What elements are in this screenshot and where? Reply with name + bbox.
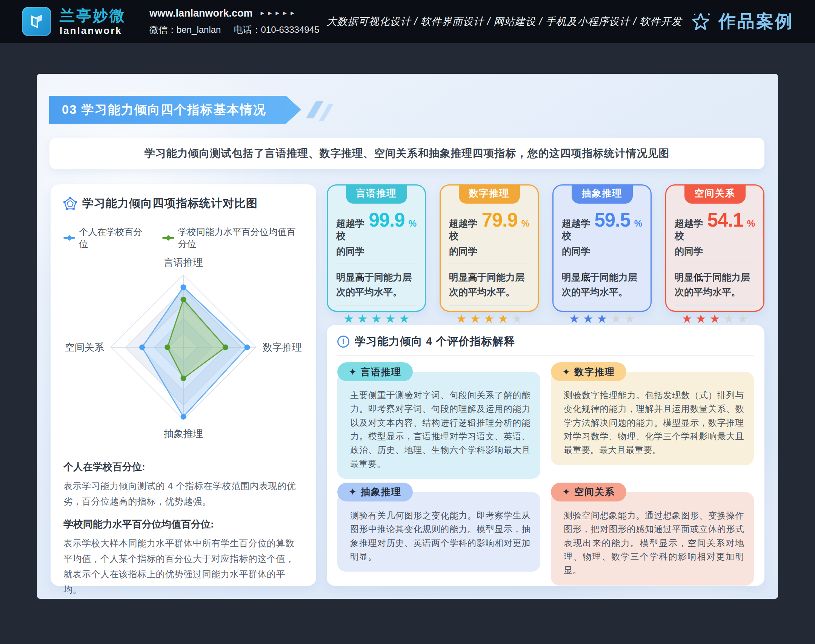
stat-card-tab: 数字推理 <box>459 184 520 204</box>
stat-card-tab: 空间关系 <box>684 184 746 204</box>
explain-abstract-reasoning: ✦ 抽象推理 测验有关几何图形之变化能力。即考察学生从图形中推论其变化规则的能力… <box>337 483 540 586</box>
info-icon: ! <box>337 336 349 348</box>
percentile-value: 99.9 <box>369 209 404 231</box>
sketch-star-icon <box>689 10 712 33</box>
explanation-title: 学习能力倾向 4 个评价指标解释 <box>355 334 515 349</box>
legend-marker-blue <box>63 237 75 239</box>
comparison-text: 明显低于同能力层次的平均水平。 <box>675 270 755 299</box>
comparison-text: 明显高于同能力层次的平均水平。 <box>336 270 417 299</box>
star-rating: ★★★★★ <box>562 312 642 326</box>
radar-notes: 个人在学校百分位: 表示学习能力倾向测试的 4 个指标在学校范围内表现的优劣，百… <box>63 460 303 598</box>
section-banner: 03 学习能力倾向四个指标基本情况 <box>49 96 329 124</box>
explain-text: 测验有关几何图形之变化能力。即考察学生从图形中推论其变化规则的能力。模型显示，抽… <box>337 492 540 572</box>
book-logo-icon <box>22 7 51 36</box>
divider <box>336 264 417 264</box>
note-body: 表示学校大样本同能力水平群体中所有学生百分位的算数平均值，个人某个指标的百分位大… <box>63 535 303 598</box>
section-banner-ribbon: 03 学习能力倾向四个指标基本情况 <box>49 96 301 124</box>
phone-contact: 电话：010-63334945 <box>234 24 319 36</box>
website-url[interactable]: www.lanlanwork.com <box>149 8 253 19</box>
radar-panel-title: 学习能力倾向四项指标统计对比图 <box>82 196 258 211</box>
star-rating: ★★★★★ <box>336 312 417 326</box>
stat-card-verbal-reasoning: 言语推理 超越学校 99.9 % 的同学 明显高于同能力层次的平均水平。 ★★★… <box>327 184 426 312</box>
legend-item-personal: 个人在学校百分位 <box>63 226 146 250</box>
brand-logo: 兰亭妙微 lanlanwork <box>22 7 126 36</box>
note-heading: 个人在学校百分位: <box>63 460 303 474</box>
banner-slash-decor <box>319 104 334 121</box>
arrows-decoration: ►►►►► <box>260 10 297 17</box>
stat-card-tab: 抽象推理 <box>572 184 633 204</box>
comparison-text: 明显高于同能力层次的平均水平。 <box>449 270 529 299</box>
divider <box>562 264 642 264</box>
star-rating: ★★★★★ <box>675 312 755 326</box>
explanation-panel: ! 学习能力倾向 4 个评价指标解释 ✦ 言语推理 主要侧重于测验对字词、句段间… <box>327 325 764 586</box>
page-root: 兰亭妙微 lanlanwork www.lanlanwork.com ►►►►►… <box>0 0 815 644</box>
portfolio-button[interactable]: 作品案例 <box>689 10 794 33</box>
radar-chart: 言语推理数字推理抽象推理空间关系 <box>63 252 303 452</box>
divider <box>336 305 417 306</box>
divider <box>562 305 642 306</box>
intro-bar: 学习能力倾向测试包括了言语推理、数字推理、空间关系和抽象推理四项指标，您的这四项… <box>49 138 764 169</box>
percentile-value: 54.1 <box>707 209 743 231</box>
percentile-value: 79.9 <box>481 209 517 231</box>
explain-numerical-reasoning: ✦ 数字推理 测验数字推理能力。包括发现数（式）排列与变化规律的能力，理解并且运… <box>551 362 754 479</box>
portfolio-label: 作品案例 <box>718 10 794 33</box>
divider <box>63 219 303 219</box>
top-header: 兰亭妙微 lanlanwork www.lanlanwork.com ►►►►►… <box>0 0 815 43</box>
note-heading: 学校同能力水平百分位均值百分位: <box>63 518 303 531</box>
explain-text: 测验数字推理能力。包括发现数（式）排列与变化规律的能力，理解并且运用数量关系、数… <box>551 372 754 465</box>
divider <box>675 264 755 264</box>
explain-spatial-relations: ✦ 空间关系 测验空间想象能力。通过想象图形、变换操作图形，把对图形的感知通过平… <box>551 483 754 586</box>
star-rating: ★★★★★ <box>449 312 529 326</box>
comparison-text: 明显底于同能力层次的平均水平。 <box>562 270 642 299</box>
stat-card-numerical-reasoning: 数字推理 超越学校 79.9 % 的同学 明显高于同能力层次的平均水平。 ★★★… <box>440 184 539 312</box>
divider <box>675 305 755 306</box>
note-body: 表示学习能力倾向测试的 4 个指标在学校范围内表现的优劣，百分位越高的指标，优势… <box>63 478 303 509</box>
svg-text:抽象推理: 抽象推理 <box>164 428 203 439</box>
explain-pill: ✦ 数字推理 <box>551 362 626 381</box>
explain-verbal-reasoning: ✦ 言语推理 主要侧重于测验对字词、句段间关系了解的能力。即考察对字词、句段的理… <box>337 362 540 479</box>
legend-item-school-average: 学校同能力水平百分位均值百分位 <box>162 226 303 250</box>
stat-card-tab: 言语推理 <box>346 184 407 204</box>
legend-marker-green <box>162 237 174 239</box>
explain-text: 主要侧重于测验对字词、句段间关系了解的能力。即考察对字词、句段的理解及运用的能力… <box>337 372 540 479</box>
radar-legend: 个人在学校百分位 学校同能力水平百分位均值百分位 <box>63 226 303 250</box>
wechat-contact: 微信：ben_lanlan <box>149 24 221 36</box>
brand-name-cn: 兰亭妙微 <box>60 7 126 24</box>
divider <box>449 305 529 306</box>
stat-card-abstract-reasoning: 抽象推理 超越学校 59.5 % 的同学 明显底于同能力层次的平均水平。 ★★★… <box>552 184 652 312</box>
services-list: 大数据可视化设计 / 软件界面设计 / 网站建设 / 手机及小程序设计 / 软件… <box>319 15 689 28</box>
explain-pill: ✦ 抽象推理 <box>337 483 413 501</box>
section-title: 03 学习能力倾向四个指标基本情况 <box>62 101 266 118</box>
percentile-value: 59.5 <box>594 209 630 231</box>
svg-text:言语推理: 言语推理 <box>164 257 203 268</box>
explain-pill: ✦ 空间关系 <box>551 483 626 501</box>
svg-text:数字推理: 数字推理 <box>263 342 302 353</box>
site-info: www.lanlanwork.com ►►►►► 微信：ben_lanlan 电… <box>149 8 319 36</box>
stat-card-spatial-relations: 空间关系 超越学校 54.1 % 的同学 明显低于同能力层次的平均水平。 ★★★… <box>665 184 764 312</box>
divider <box>449 264 529 264</box>
stat-cards-row: 言语推理 超越学校 99.9 % 的同学 明显高于同能力层次的平均水平。 ★★★… <box>327 184 764 312</box>
divider <box>337 355 754 356</box>
banner-slash-decor <box>306 101 324 118</box>
radar-chart-icon <box>63 197 77 210</box>
explain-pill: ✦ 言语推理 <box>337 362 413 381</box>
explain-text: 测验空间想象能力。通过想象图形、变换操作图形，把对图形的感知通过平面或立体的形式… <box>551 492 754 586</box>
brand-name-en: lanlanwork <box>60 25 126 36</box>
intro-text: 学习能力倾向测试包括了言语推理、数字推理、空间关系和抽象推理四项指标，您的这四项… <box>145 146 670 161</box>
radar-panel: 学习能力倾向四项指标统计对比图 个人在学校百分位 学校同能力水平百分位均值百分位… <box>51 184 316 586</box>
report-card: 03 学习能力倾向四个指标基本情况 学习能力倾向测试包括了言语推理、数字推理、空… <box>37 74 778 599</box>
svg-text:空间关系: 空间关系 <box>65 342 104 353</box>
